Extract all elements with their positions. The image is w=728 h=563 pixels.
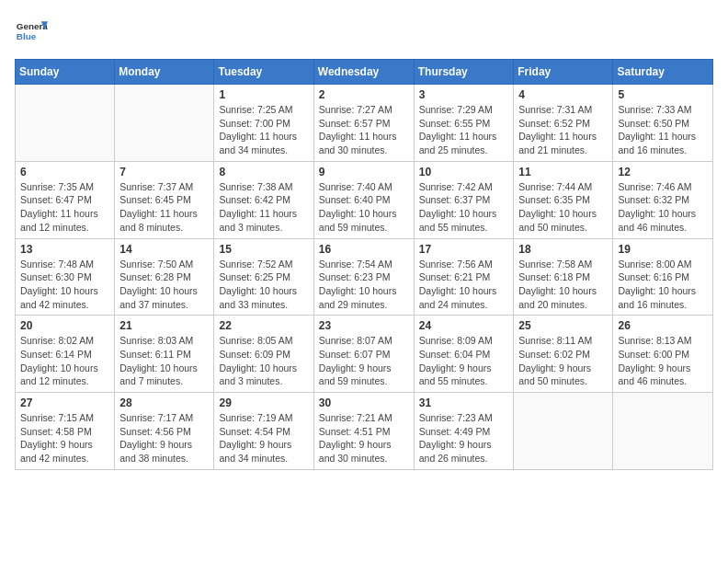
- day-info: Sunrise: 8:09 AMSunset: 6:04 PMDaylight:…: [419, 334, 509, 388]
- calendar-week-row: 13Sunrise: 7:48 AMSunset: 6:30 PMDayligh…: [16, 238, 713, 316]
- day-info: Sunrise: 7:29 AMSunset: 6:55 PMDaylight:…: [419, 103, 509, 157]
- day-info: Sunrise: 7:54 AMSunset: 6:23 PMDaylight:…: [319, 258, 409, 312]
- weekday-header: Monday: [115, 60, 214, 85]
- calendar-week-row: 20Sunrise: 8:02 AMSunset: 6:14 PMDayligh…: [16, 316, 713, 393]
- calendar-day-cell: 31Sunrise: 7:23 AMSunset: 4:49 PMDayligh…: [414, 393, 514, 470]
- day-number: 5: [618, 88, 708, 101]
- day-info: Sunrise: 8:03 AMSunset: 6:11 PMDaylight:…: [119, 334, 209, 388]
- calendar-day-cell: 21Sunrise: 8:03 AMSunset: 6:11 PMDayligh…: [115, 316, 214, 393]
- day-number: 13: [20, 243, 109, 256]
- calendar-day-cell: [16, 85, 115, 162]
- day-info: Sunrise: 7:48 AMSunset: 6:30 PMDaylight:…: [20, 258, 109, 312]
- calendar-day-cell: 2Sunrise: 7:27 AMSunset: 6:57 PMDaylight…: [313, 85, 414, 162]
- weekday-header: Saturday: [613, 60, 713, 85]
- calendar-day-cell: 11Sunrise: 7:44 AMSunset: 6:35 PMDayligh…: [514, 161, 613, 238]
- day-info: Sunrise: 8:05 AMSunset: 6:09 PMDaylight:…: [219, 334, 308, 388]
- calendar-week-row: 6Sunrise: 7:35 AMSunset: 6:47 PMDaylight…: [16, 161, 713, 238]
- day-info: Sunrise: 7:52 AMSunset: 6:25 PMDaylight:…: [219, 258, 308, 312]
- day-info: Sunrise: 8:13 AMSunset: 6:00 PMDaylight:…: [618, 334, 708, 388]
- calendar-week-row: 27Sunrise: 7:15 AMSunset: 4:58 PMDayligh…: [16, 393, 713, 470]
- weekday-header: Tuesday: [214, 60, 313, 85]
- day-number: 19: [618, 243, 708, 256]
- day-number: 12: [618, 166, 708, 178]
- day-number: 15: [219, 243, 308, 256]
- day-info: Sunrise: 7:23 AMSunset: 4:49 PMDaylight:…: [419, 411, 509, 465]
- day-number: 25: [518, 319, 608, 332]
- calendar-day-cell: 6Sunrise: 7:35 AMSunset: 6:47 PMDaylight…: [16, 161, 115, 238]
- day-info: Sunrise: 7:15 AMSunset: 4:58 PMDaylight:…: [20, 411, 109, 465]
- weekday-header: Sunday: [16, 60, 115, 85]
- weekday-header: Thursday: [414, 60, 514, 85]
- calendar-day-cell: 5Sunrise: 7:33 AMSunset: 6:50 PMDaylight…: [613, 85, 713, 162]
- day-info: Sunrise: 7:33 AMSunset: 6:50 PMDaylight:…: [618, 103, 708, 157]
- day-info: Sunrise: 7:19 AMSunset: 4:54 PMDaylight:…: [219, 411, 308, 465]
- calendar-day-cell: 23Sunrise: 8:07 AMSunset: 6:07 PMDayligh…: [313, 316, 414, 393]
- day-info: Sunrise: 8:00 AMSunset: 6:16 PMDaylight:…: [618, 258, 708, 312]
- day-number: 10: [419, 166, 509, 178]
- calendar-day-cell: [514, 393, 613, 470]
- weekday-header: Wednesday: [313, 60, 414, 85]
- calendar-day-cell: 17Sunrise: 7:56 AMSunset: 6:21 PMDayligh…: [414, 238, 514, 316]
- calendar-header-row: SundayMondayTuesdayWednesdayThursdayFrid…: [16, 60, 713, 85]
- day-number: 30: [319, 396, 409, 409]
- day-number: 20: [20, 319, 109, 332]
- calendar-day-cell: 14Sunrise: 7:50 AMSunset: 6:28 PMDayligh…: [115, 238, 214, 316]
- calendar-day-cell: 1Sunrise: 7:25 AMSunset: 7:00 PMDaylight…: [214, 85, 313, 162]
- calendar-day-cell: 8Sunrise: 7:38 AMSunset: 6:42 PMDaylight…: [214, 161, 313, 238]
- calendar-table: SundayMondayTuesdayWednesdayThursdayFrid…: [15, 59, 713, 470]
- day-info: Sunrise: 7:35 AMSunset: 6:47 PMDaylight:…: [20, 180, 109, 235]
- day-number: 24: [419, 319, 509, 332]
- day-number: 6: [20, 166, 109, 178]
- day-number: 8: [219, 166, 308, 178]
- calendar-day-cell: 9Sunrise: 7:40 AMSunset: 6:40 PMDaylight…: [313, 161, 414, 238]
- day-number: 27: [20, 396, 109, 409]
- calendar-day-cell: 29Sunrise: 7:19 AMSunset: 4:54 PMDayligh…: [214, 393, 313, 470]
- day-info: Sunrise: 8:07 AMSunset: 6:07 PMDaylight:…: [319, 334, 409, 388]
- day-info: Sunrise: 7:17 AMSunset: 4:56 PMDaylight:…: [119, 411, 209, 465]
- calendar-day-cell: 19Sunrise: 8:00 AMSunset: 6:16 PMDayligh…: [613, 238, 713, 316]
- day-number: 3: [419, 88, 509, 101]
- day-info: Sunrise: 7:40 AMSunset: 6:40 PMDaylight:…: [319, 180, 409, 235]
- day-info: Sunrise: 7:50 AMSunset: 6:28 PMDaylight:…: [119, 258, 209, 312]
- calendar-day-cell: 16Sunrise: 7:54 AMSunset: 6:23 PMDayligh…: [313, 238, 414, 316]
- day-info: Sunrise: 8:11 AMSunset: 6:02 PMDaylight:…: [518, 334, 608, 388]
- calendar-day-cell: [613, 393, 713, 470]
- calendar-day-cell: 28Sunrise: 7:17 AMSunset: 4:56 PMDayligh…: [115, 393, 214, 470]
- calendar-day-cell: 22Sunrise: 8:05 AMSunset: 6:09 PMDayligh…: [214, 316, 313, 393]
- day-number: 1: [219, 88, 308, 101]
- day-number: 14: [119, 243, 209, 256]
- day-number: 29: [219, 396, 308, 409]
- day-info: Sunrise: 7:21 AMSunset: 4:51 PMDaylight:…: [319, 411, 409, 465]
- calendar-day-cell: 24Sunrise: 8:09 AMSunset: 6:04 PMDayligh…: [414, 316, 514, 393]
- day-number: 2: [319, 88, 409, 101]
- day-info: Sunrise: 8:02 AMSunset: 6:14 PMDaylight:…: [20, 334, 109, 388]
- day-number: 11: [518, 166, 608, 178]
- day-info: Sunrise: 7:56 AMSunset: 6:21 PMDaylight:…: [419, 258, 509, 312]
- day-info: Sunrise: 7:25 AMSunset: 7:00 PMDaylight:…: [219, 103, 308, 157]
- day-number: 7: [119, 166, 209, 178]
- calendar-day-cell: 7Sunrise: 7:37 AMSunset: 6:45 PMDaylight…: [115, 161, 214, 238]
- day-info: Sunrise: 7:38 AMSunset: 6:42 PMDaylight:…: [219, 180, 308, 235]
- day-number: 21: [119, 319, 209, 332]
- day-number: 28: [119, 396, 209, 409]
- svg-text:Blue: Blue: [17, 31, 37, 41]
- day-number: 26: [618, 319, 708, 332]
- calendar-day-cell: 15Sunrise: 7:52 AMSunset: 6:25 PMDayligh…: [214, 238, 313, 316]
- calendar-day-cell: 25Sunrise: 8:11 AMSunset: 6:02 PMDayligh…: [514, 316, 613, 393]
- calendar-day-cell: 30Sunrise: 7:21 AMSunset: 4:51 PMDayligh…: [313, 393, 414, 470]
- day-number: 31: [419, 396, 509, 409]
- day-info: Sunrise: 7:31 AMSunset: 6:52 PMDaylight:…: [518, 103, 608, 157]
- day-info: Sunrise: 7:42 AMSunset: 6:37 PMDaylight:…: [419, 180, 509, 235]
- day-number: 4: [518, 88, 608, 101]
- calendar-day-cell: [115, 85, 214, 162]
- day-info: Sunrise: 7:44 AMSunset: 6:35 PMDaylight:…: [518, 180, 608, 235]
- calendar-day-cell: 12Sunrise: 7:46 AMSunset: 6:32 PMDayligh…: [613, 161, 713, 238]
- day-info: Sunrise: 7:27 AMSunset: 6:57 PMDaylight:…: [319, 103, 409, 157]
- day-number: 16: [319, 243, 409, 256]
- day-number: 23: [319, 319, 409, 332]
- calendar-day-cell: 13Sunrise: 7:48 AMSunset: 6:30 PMDayligh…: [16, 238, 115, 316]
- day-info: Sunrise: 7:37 AMSunset: 6:45 PMDaylight:…: [119, 180, 209, 235]
- logo: General Blue: [15, 15, 48, 48]
- logo-icon: General Blue: [15, 15, 48, 48]
- calendar-day-cell: 4Sunrise: 7:31 AMSunset: 6:52 PMDaylight…: [514, 85, 613, 162]
